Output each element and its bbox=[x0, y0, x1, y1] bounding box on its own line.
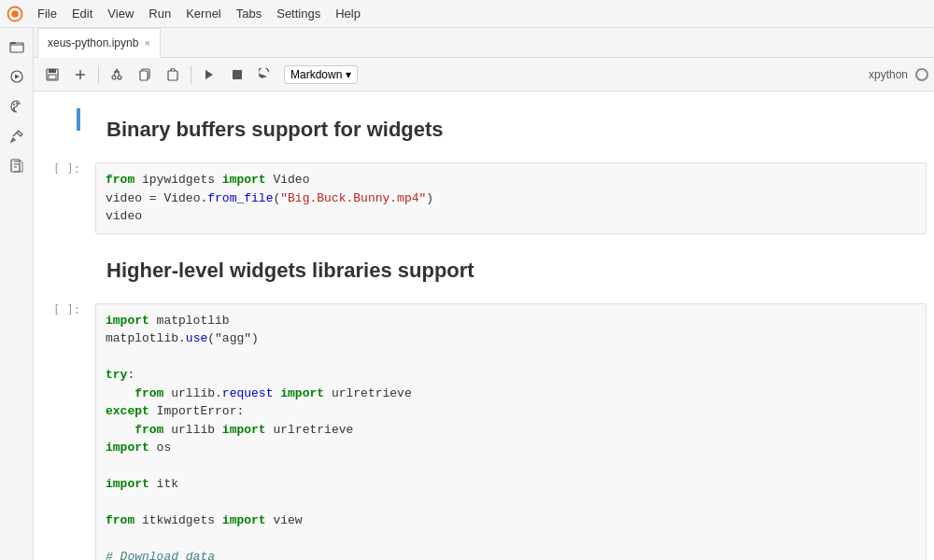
code-cell-1: [ ]: from ipywidgets import Video video … bbox=[34, 155, 934, 242]
code-method-3: request bbox=[222, 386, 274, 400]
tab-label: xeus-python.ipynb bbox=[48, 36, 138, 49]
svg-point-6 bbox=[16, 103, 18, 105]
code-method-1: from_file bbox=[207, 191, 273, 205]
kw-import-3: import bbox=[273, 386, 324, 400]
heading-content-1: Binary buffers support for widgets bbox=[88, 105, 934, 151]
heading-cell-2: Higher-level widgets libraries support bbox=[34, 242, 934, 296]
kw-import-5: import bbox=[106, 441, 149, 455]
code-assign-1: = bbox=[142, 191, 163, 205]
svg-point-1 bbox=[11, 10, 19, 18]
sidebar-icon-palette[interactable] bbox=[4, 93, 30, 119]
cut-button[interactable] bbox=[104, 62, 130, 88]
code-comment-1: # Download data bbox=[106, 550, 215, 560]
code-block-1[interactable]: from ipywidgets import Video video = Vid… bbox=[95, 162, 927, 234]
add-cell-button[interactable] bbox=[67, 62, 93, 88]
menu-edit[interactable]: Edit bbox=[64, 5, 100, 22]
restart-button[interactable] bbox=[252, 62, 278, 88]
toolbar-sep-2 bbox=[191, 65, 191, 84]
app-logo bbox=[4, 3, 26, 25]
svg-marker-22 bbox=[205, 70, 213, 79]
code-method-2: use bbox=[186, 331, 207, 345]
code-rest-5: urlretrieve bbox=[324, 386, 412, 400]
menu-run[interactable]: Run bbox=[141, 5, 178, 22]
code-module-1: ipywidgets bbox=[134, 173, 222, 187]
notebook-content[interactable]: Binary buffers support for widgets [ ]: … bbox=[34, 91, 934, 560]
code-module-2: urllib. bbox=[163, 386, 221, 400]
code-module-4: itkwidgets bbox=[134, 513, 222, 527]
kw-from-2: from bbox=[134, 386, 163, 400]
menu-settings[interactable]: Settings bbox=[269, 5, 328, 22]
tab-close-icon[interactable]: × bbox=[144, 37, 149, 49]
code-content-2[interactable]: import matplotlib matplotlib.use("agg") … bbox=[88, 300, 934, 561]
code-content-1[interactable]: from ipywidgets import Video video = Vid… bbox=[88, 159, 934, 238]
svg-rect-10 bbox=[49, 69, 56, 73]
main-area: xeus-python.ipynb × bbox=[0, 28, 934, 560]
sidebar-icon-run[interactable] bbox=[4, 63, 30, 90]
code-cell-2: [ ]: import matplotlib matplotlib.use("a… bbox=[34, 296, 934, 561]
menu-tabs[interactable]: Tabs bbox=[229, 5, 269, 22]
heading-text-1: Binary buffers support for widgets bbox=[106, 108, 927, 147]
code-arg-2: ("agg") bbox=[207, 331, 259, 345]
cell-sidebar-2: [ ]: bbox=[34, 300, 88, 316]
cell-prompt-code-1: [ ]: bbox=[53, 162, 80, 175]
kw-from-3: from bbox=[134, 423, 163, 437]
code-block-2[interactable]: import matplotlib matplotlib.use("agg") … bbox=[95, 303, 927, 561]
code-arg2-1: ) bbox=[426, 191, 433, 205]
sidebar-icon-folder[interactable] bbox=[4, 34, 30, 60]
cell-prompt-h2 bbox=[34, 245, 88, 249]
stop-button[interactable] bbox=[224, 62, 250, 88]
svg-rect-21 bbox=[168, 71, 177, 80]
svg-point-14 bbox=[112, 76, 116, 79]
run-button[interactable] bbox=[196, 62, 222, 88]
cell-prompt-1 bbox=[34, 105, 88, 131]
code-indent-7 bbox=[106, 423, 134, 437]
svg-point-5 bbox=[13, 107, 15, 109]
code-obj-1: Video. bbox=[163, 191, 207, 205]
kw-import-2: import bbox=[106, 314, 149, 328]
menu-view[interactable]: View bbox=[100, 5, 141, 22]
svg-point-4 bbox=[13, 104, 15, 105]
menu-kernel[interactable]: Kernel bbox=[178, 5, 229, 22]
code-module-3: urllib bbox=[163, 423, 221, 437]
cell-sidebar-1: [ ]: bbox=[34, 159, 88, 175]
kw-import-6: import bbox=[106, 477, 149, 491]
menubar: File Edit View Run Kernel Tabs Settings … bbox=[0, 0, 934, 28]
code-rest-8: os bbox=[149, 441, 171, 455]
active-cell-bar bbox=[77, 108, 80, 131]
tab-bar: xeus-python.ipynb × bbox=[34, 28, 934, 58]
copy-button[interactable] bbox=[132, 62, 158, 88]
svg-marker-24 bbox=[261, 75, 265, 77]
kw-try: try bbox=[106, 368, 127, 382]
heading-text-2: Higher-level widgets libraries support bbox=[106, 249, 927, 288]
svg-rect-11 bbox=[49, 75, 56, 79]
code-line3-1: video bbox=[106, 209, 142, 223]
kw-import-1: import bbox=[222, 173, 266, 187]
cell-type-label: Markdown bbox=[290, 68, 342, 81]
svg-line-7 bbox=[13, 133, 17, 136]
kw-from-4: from bbox=[106, 513, 134, 527]
notebook-tab[interactable]: xeus-python.ipynb × bbox=[37, 28, 161, 58]
save-button[interactable] bbox=[39, 62, 65, 88]
kw-except: except bbox=[106, 404, 149, 418]
cell-prompt-code-2: [ ]: bbox=[53, 303, 80, 316]
paste-button[interactable] bbox=[160, 62, 186, 88]
svg-point-15 bbox=[118, 76, 121, 79]
code-string-1: "Big.Buck.Bunny.mp4" bbox=[280, 191, 426, 205]
sidebar-icon-files[interactable] bbox=[4, 153, 30, 179]
code-rest-12: view bbox=[266, 513, 303, 527]
menu-file[interactable]: File bbox=[30, 5, 64, 22]
code-try-colon: : bbox=[127, 368, 134, 382]
cell-type-dropdown[interactable]: Markdown ▾ bbox=[284, 65, 358, 84]
code-rest-2-1: matplotlib bbox=[149, 314, 230, 328]
dropdown-arrow-icon: ▾ bbox=[346, 68, 351, 81]
code-except-rest: ImportError: bbox=[149, 404, 244, 418]
menu-help[interactable]: Help bbox=[328, 5, 368, 22]
code-var-1: video bbox=[106, 191, 142, 205]
svg-rect-20 bbox=[140, 71, 148, 80]
sidebar-icon-tools[interactable] bbox=[4, 123, 30, 149]
heading-content-2: Higher-level widgets libraries support bbox=[88, 245, 934, 292]
svg-rect-23 bbox=[233, 70, 242, 79]
heading-cell-1: Binary buffers support for widgets bbox=[34, 101, 934, 155]
code-indent-5 bbox=[106, 386, 134, 400]
toolbar: Markdown ▾ xpython bbox=[34, 58, 934, 91]
